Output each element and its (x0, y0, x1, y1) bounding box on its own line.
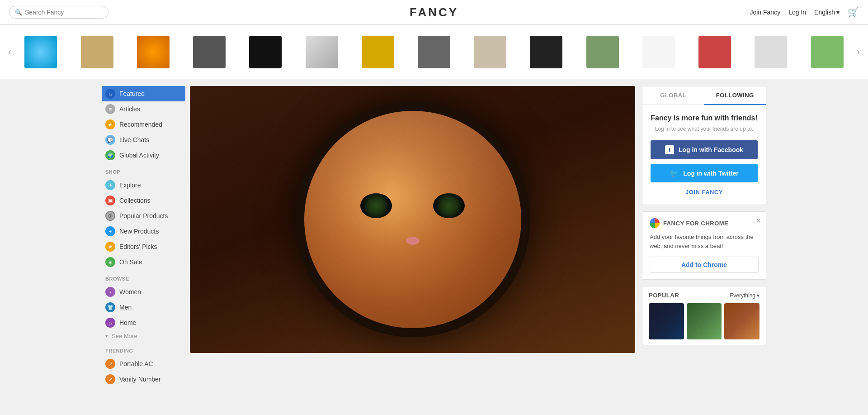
sidebar-item-home[interactable]: ⌂ Home (102, 315, 185, 330)
tw-login-label: Log in with Twitter (683, 170, 739, 177)
thumb-item[interactable] (360, 32, 396, 72)
trending-icon-2: ↗ (105, 374, 115, 384)
follow-sub: Log in to see what your friends are up t… (651, 126, 758, 132)
sidebar-item-new-products[interactable]: + New Products (102, 224, 185, 239)
sidebar-item-live-chats[interactable]: 💬 Live Chats (102, 132, 185, 148)
sidebar-label-portable-ac: Portable AC (119, 360, 153, 367)
thumb-item[interactable] (753, 32, 789, 72)
login-nav[interactable]: Log In (788, 9, 806, 16)
thumb-item[interactable] (585, 32, 621, 72)
thumb-item[interactable] (528, 32, 564, 72)
thumb-item[interactable] (809, 32, 845, 72)
search-box[interactable]: 🔍 (9, 6, 108, 19)
thumb-item[interactable] (472, 32, 508, 72)
thumb-item[interactable] (23, 32, 59, 72)
join-fancy-nav[interactable]: Join Fancy (750, 9, 780, 16)
add-to-chrome-button[interactable]: Add to Chrome (650, 257, 759, 273)
thumb-item[interactable] (135, 32, 171, 72)
thumb-item[interactable] (304, 32, 340, 72)
chrome-header: FANCY FOR CHROME (650, 218, 759, 228)
thumb-item[interactable] (697, 32, 733, 72)
sidebar-item-recommended[interactable]: ★ Recommended (102, 117, 185, 132)
chrome-title: FANCY FOR CHROME (663, 220, 728, 227)
cat-hole (295, 102, 530, 337)
sidebar-item-vanity-number[interactable]: ↗ Vanity Number (102, 372, 185, 387)
sidebar-item-explore[interactable]: ✦ Explore (102, 177, 185, 193)
language-selector[interactable]: English ▾ (814, 9, 840, 16)
sidebar-item-on-sale[interactable]: ◈ On Sale (102, 254, 185, 270)
top-nav: 🔍 FANCY Join Fancy Log In English ▾ 🛒 (0, 0, 868, 25)
twitter-icon: 🐦 (670, 169, 679, 177)
chrome-extension-box: FANCY FOR CHROME ✕ Add your favorite thi… (642, 211, 766, 280)
chrome-logo-icon (650, 218, 660, 228)
cat-face (304, 111, 521, 328)
facebook-login-button[interactable]: f Log in with Facebook (651, 140, 758, 159)
sidebar-item-featured[interactable]: ⌂ Featured (102, 86, 185, 101)
articles-icon: ≡ (105, 104, 115, 114)
sidebar-label-live-chats: Live Chats (119, 136, 149, 143)
sidebar-label-global-activity: Global Activity (119, 152, 159, 159)
thumb-item[interactable] (247, 32, 283, 72)
site-logo[interactable]: FANCY (410, 5, 458, 19)
twitter-login-button[interactable]: 🐦 Log in with Twitter (651, 164, 758, 182)
new-products-icon: + (105, 226, 115, 236)
sidebar-item-articles[interactable]: ≡ Articles (102, 101, 185, 117)
trending-icon: ↗ (105, 359, 115, 369)
chevron-down-icon: ▾ (105, 333, 108, 339)
hero-image[interactable] (190, 86, 635, 353)
thumb-item[interactable] (191, 32, 227, 72)
cart-icon[interactable]: 🛒 (848, 7, 859, 18)
thumb-item[interactable] (416, 32, 452, 72)
sidebar-item-popular-products[interactable]: ① Popular Products (102, 208, 185, 224)
popular-image-2[interactable] (687, 303, 722, 339)
thumb-item[interactable] (79, 32, 115, 72)
thumb-items-container (15, 32, 853, 72)
on-sale-icon: ◈ (105, 257, 115, 267)
sidebar-label-men: Men (119, 304, 132, 311)
cat-eye-right (433, 193, 465, 218)
tab-global[interactable]: GLOBAL (642, 86, 704, 105)
join-fancy-link[interactable]: JOIN FANCY (651, 189, 758, 196)
chrome-description: Add your favorite things from across the… (650, 233, 759, 250)
shop-section-label: SHOP (105, 169, 185, 175)
collections-icon: ▣ (105, 196, 115, 205)
sidebar-item-editors-picks[interactable]: ★ Editors' Picks (102, 239, 185, 254)
thumb-item[interactable] (641, 32, 677, 72)
prev-thumb-button[interactable]: ‹ (5, 46, 15, 58)
hero-cat-container (190, 86, 635, 353)
main-layout: ⌂ Featured ≡ Articles ★ Recommended 💬 Li… (95, 79, 773, 394)
chevron-down-icon: ▾ (836, 9, 840, 16)
nav-right: Join Fancy Log In English ▾ 🛒 (750, 7, 859, 18)
sidebar-item-men[interactable]: 👕 Men (102, 300, 185, 315)
home-icon: ⌂ (105, 318, 115, 328)
popular-images (649, 303, 760, 339)
popular-filter[interactable]: Everything ▾ (730, 292, 760, 299)
chevron-down-icon: ▾ (757, 292, 760, 299)
explore-icon: ✦ (105, 180, 115, 190)
sidebar-label-on-sale: On Sale (119, 258, 142, 266)
following-box: GLOBAL FOLLOWING Fancy is more fun with … (642, 86, 766, 205)
follow-content: Fancy is more fun with friends! Log in t… (642, 105, 766, 205)
chrome-close-button[interactable]: ✕ (755, 216, 761, 225)
sidebar-item-collections[interactable]: ▣ Collections (102, 193, 185, 208)
sidebar-label-collections: Collections (119, 197, 150, 204)
next-thumb-button[interactable]: › (853, 46, 863, 58)
main-content (190, 86, 635, 387)
sidebar-label-women: Women (119, 288, 141, 296)
popular-image-1[interactable] (649, 303, 684, 339)
follow-title: Fancy is more fun with friends! (651, 114, 758, 122)
sidebar-label-featured: Featured (119, 90, 145, 97)
sidebar-item-women[interactable]: ♀ Women (102, 284, 185, 300)
sidebar-item-global-activity[interactable]: 🌍 Global Activity (102, 148, 185, 163)
search-input[interactable] (25, 9, 103, 16)
sidebar-label-explore: Explore (119, 181, 141, 189)
tab-following[interactable]: FOLLOWING (704, 86, 766, 105)
popular-box: POPULAR Everything ▾ (642, 286, 766, 345)
sidebar: ⌂ Featured ≡ Articles ★ Recommended 💬 Li… (102, 86, 190, 387)
browse-section-label: BROWSE (105, 276, 185, 281)
editors-picks-icon: ★ (105, 242, 115, 252)
global-activity-icon: 🌍 (105, 150, 115, 160)
sidebar-item-portable-ac[interactable]: ↗ Portable AC (102, 356, 185, 372)
popular-image-3[interactable] (724, 303, 760, 339)
see-more-button[interactable]: ▾ See More (102, 330, 185, 342)
